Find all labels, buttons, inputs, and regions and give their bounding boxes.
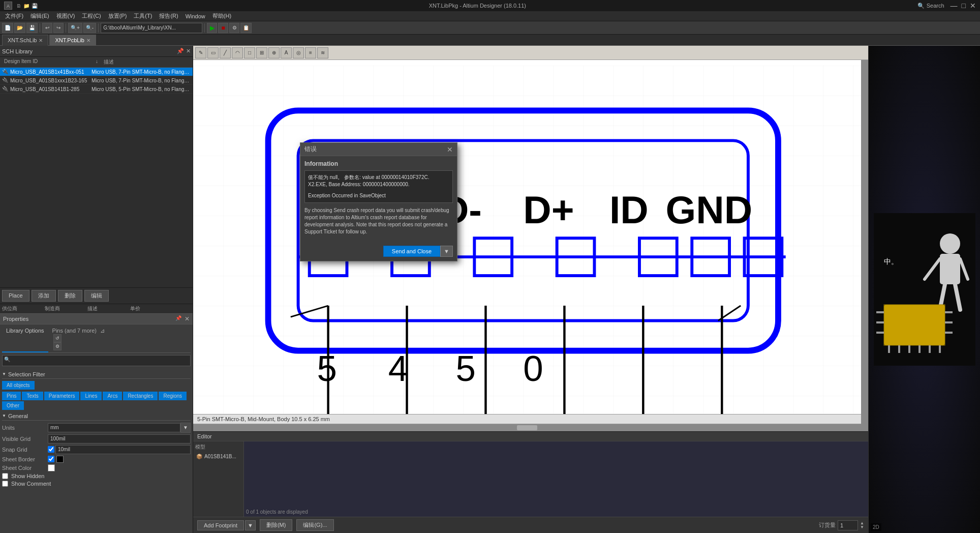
filter-icon[interactable]: ⊿	[100, 328, 105, 334]
tab-pcblib[interactable]: XNT.PcbLib ✕	[49, 35, 96, 46]
target-btn[interactable]: ◎	[293, 47, 304, 58]
maximize-btn[interactable]: □	[962, 2, 966, 10]
sidebar-pin[interactable]: 📌	[177, 48, 184, 54]
edit-btn[interactable]: 编辑	[84, 290, 109, 302]
zoom-out-btn[interactable]: 🔍-	[83, 23, 96, 33]
sidebar-header: SCH Library 📌 ✕	[0, 46, 193, 57]
redo-btn[interactable]: ↪	[53, 23, 64, 33]
stack-btn[interactable]: ≋	[317, 47, 328, 58]
minimize-btn[interactable]: —	[951, 2, 958, 10]
delete-btn[interactable]: 删除	[58, 290, 82, 302]
sidebar-close[interactable]: ✕	[186, 48, 191, 54]
window-controls[interactable]: — □ ✕	[951, 2, 976, 10]
filter-arcs[interactable]: Arcs	[103, 392, 122, 400]
filter-regions[interactable]: Regions	[159, 392, 187, 400]
usb-icon-1: 🔌	[2, 77, 8, 83]
panel-close-btn[interactable]: ✕	[185, 315, 190, 322]
square-btn[interactable]: □	[244, 47, 255, 58]
place-btn[interactable]: Place	[2, 290, 29, 302]
tab-library-options[interactable]: Library Options	[2, 327, 48, 352]
filter-other[interactable]: Other	[2, 401, 24, 410]
panel-pin-btn[interactable]: 📌	[175, 315, 181, 322]
run-btn[interactable]: ▶	[207, 23, 217, 33]
dialog-close-btn[interactable]: ✕	[447, 145, 453, 154]
refresh-btn[interactable]: ↺	[53, 334, 62, 342]
editor-canvas	[244, 441, 868, 517]
menu-view[interactable]: 视图(V)	[53, 11, 78, 21]
line-btn[interactable]: ╱	[220, 47, 231, 58]
menu-place[interactable]: 放置(P)	[105, 11, 130, 21]
save-btn[interactable]: 💾	[26, 23, 38, 33]
units-input[interactable]: mm	[48, 423, 180, 432]
show-comment-checkbox[interactable]	[2, 481, 8, 487]
visible-grid-input[interactable]: 100mil	[48, 434, 191, 443]
filter-all-objects[interactable]: All objects	[2, 381, 35, 390]
document-btn[interactable]: 📋	[240, 23, 252, 33]
grid-btn[interactable]: ⊞	[256, 47, 267, 58]
send-close-btn[interactable]: Send and Close	[383, 246, 440, 257]
menu-help[interactable]: 帮助(H)	[209, 11, 234, 21]
menu-tools[interactable]: 工具(T)	[131, 11, 155, 21]
sheet-color-label: Sheet Color	[2, 465, 48, 471]
layer-btn[interactable]: ≡	[305, 47, 316, 58]
sheet-color-swatch[interactable]	[48, 464, 55, 471]
model-item[interactable]: 📦 A01SB141B...	[195, 453, 241, 460]
sheet-border-color[interactable]	[56, 456, 64, 463]
sidebar-title: SCH Library	[2, 48, 33, 54]
snap-grid-input[interactable]: 10mil	[55, 445, 191, 454]
list-item[interactable]: 🔌 Micro_USB_A01SB141B1-285 Micro USB, 5-…	[0, 85, 193, 94]
tab-pins[interactable]: Pins (and 7 more) ⊿ ↺ ⚙	[48, 327, 109, 352]
list-item[interactable]: 🔌 Micro_USB_A01SB1x41Bxx-051 Micro USB, …	[0, 68, 193, 76]
send-dropdown-btn[interactable]: ▼	[440, 246, 453, 257]
filter-rectangles[interactable]: Rectangles	[123, 392, 158, 400]
filter-pins[interactable]: Pins	[2, 392, 21, 400]
zoom-in-btn[interactable]: 🔍+	[68, 23, 82, 33]
units-dropdown[interactable]: ▼	[180, 423, 191, 433]
stop-btn[interactable]: ■	[218, 23, 228, 33]
add-footprint-dropdown[interactable]: ▼	[245, 520, 256, 530]
file-path-input[interactable]: G:\tbool\Altium\My_Library\XN...	[101, 23, 202, 33]
new-btn[interactable]: 📄	[2, 23, 13, 33]
add-footprint-btn[interactable]: Add Footprint	[197, 520, 244, 530]
qty-spinner[interactable]: ▲ ▼	[860, 521, 864, 529]
undo-btn[interactable]: ↩	[42, 23, 52, 33]
filter-type-buttons: Pins Texts Parameters Lines Arcs Rectang…	[2, 392, 191, 410]
show-hidden-checkbox[interactable]	[2, 473, 8, 479]
settings-btn[interactable]: ⚙	[53, 342, 62, 350]
menu-edit[interactable]: 编辑(E)	[27, 11, 52, 21]
tab-pcblib-close[interactable]: ✕	[86, 38, 90, 43]
list-item[interactable]: 🔌 Micro_USB_A01SB1xxx1B23-165 Micro USB,…	[0, 76, 193, 85]
qty-input[interactable]: 1	[838, 520, 858, 530]
pcb-canvas[interactable]: VBUS D- D+ ID GND 5	[193, 60, 868, 431]
text-btn[interactable]: A	[281, 47, 292, 58]
add-btn[interactable]: 添加	[32, 290, 56, 302]
close-btn[interactable]: ✕	[970, 2, 976, 10]
selection-filter-header[interactable]: ▼ Selection Filter	[2, 370, 191, 379]
menu-reports[interactable]: 报告(R)	[156, 11, 181, 21]
footer-edit-btn[interactable]: 编辑(G)...	[296, 519, 333, 531]
footer-delete-btn[interactable]: 删除(M)	[260, 519, 293, 531]
tab-schlib[interactable]: XNT.SchLib ✕	[2, 35, 48, 46]
open-btn[interactable]: 📂	[14, 23, 25, 33]
scroll-right[interactable]	[861, 60, 868, 431]
filter-search-input[interactable]	[2, 355, 191, 366]
general-section-header[interactable]: ▼ General	[2, 412, 191, 421]
pencil-btn[interactable]: ✎	[195, 47, 206, 58]
sheet-border-checkbox[interactable]	[48, 456, 54, 462]
arc-btn[interactable]: ◠	[232, 47, 243, 58]
config-btn[interactable]: ⚙	[229, 23, 239, 33]
scroll-thumb[interactable]	[517, 425, 537, 430]
menu-window[interactable]: Window	[182, 12, 208, 20]
filter-texts[interactable]: Texts	[22, 392, 43, 400]
menu-file[interactable]: 文件(F)	[2, 11, 26, 21]
tab-schlib-close[interactable]: ✕	[39, 38, 43, 43]
filter-parameters[interactable]: Parameters	[44, 392, 80, 400]
snap-grid-checkbox[interactable]	[48, 446, 54, 453]
rect-btn[interactable]: ▭	[207, 47, 219, 58]
scroll-bottom[interactable]	[193, 424, 861, 431]
menu-project[interactable]: 工程(C)	[79, 11, 104, 21]
svg-text:GND: GND	[666, 188, 752, 231]
visible-grid-row: Visible Grid 100mil	[2, 434, 191, 443]
filter-lines[interactable]: Lines	[80, 392, 102, 400]
plus-btn[interactable]: ⊕	[268, 47, 280, 58]
